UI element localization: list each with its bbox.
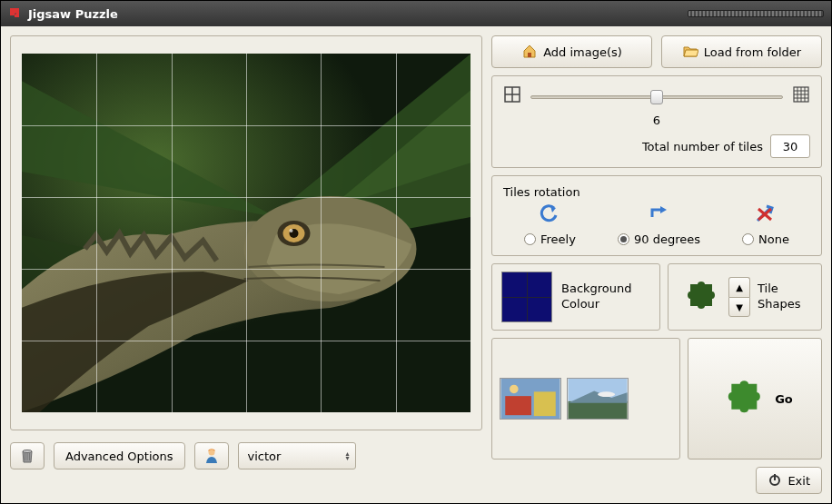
shapes-panel: ▲ ▼ Tile Shapes (668, 263, 822, 331)
app-icon (8, 6, 23, 21)
content-area: Advanced Options victor ▴▾ (1, 26, 831, 503)
go-label: Go (775, 392, 793, 406)
user-icon-button[interactable] (194, 442, 229, 469)
thumbnails-panel (491, 338, 680, 460)
rotate-90-icon (647, 204, 670, 227)
advanced-options-label: Advanced Options (65, 450, 173, 463)
folder-open-icon (682, 43, 698, 62)
user-dropdown[interactable]: victor ▴▾ (238, 442, 356, 469)
dropdown-caret-icon: ▴▾ (346, 451, 350, 460)
app-window: Jigsaw Puzzle (0, 0, 832, 504)
shapes-label: Tile Shapes (758, 282, 812, 312)
svg-rect-8 (27, 453, 28, 460)
power-icon (768, 472, 782, 489)
shape-up-button[interactable]: ▲ (728, 277, 750, 297)
bgcolor-swatch[interactable] (501, 272, 552, 322)
svg-rect-26 (534, 391, 556, 416)
total-tiles-input[interactable] (770, 134, 810, 158)
rotation-none-label: None (758, 232, 789, 246)
rotation-none-option[interactable]: None (742, 232, 789, 246)
thumbnail-1[interactable] (500, 378, 561, 420)
svg-rect-11 (528, 53, 531, 57)
rotation-90-option[interactable]: 90 degrees (618, 232, 700, 246)
trash-button[interactable] (10, 442, 45, 469)
home-plus-icon (521, 43, 538, 62)
bottom-bar: Advanced Options victor ▴▾ (10, 440, 482, 472)
svg-point-27 (510, 385, 519, 394)
load-folder-label: Load from folder (704, 45, 801, 59)
rotate-none-icon (754, 204, 778, 227)
puzzle-piece-icon (678, 275, 721, 319)
bgcolor-panel: Background Colour (491, 263, 660, 331)
rotation-title: Tiles rotation (503, 185, 810, 199)
svg-point-5 (290, 229, 293, 232)
tile-slider[interactable] (530, 88, 783, 104)
titlebar[interactable]: Jigsaw Puzzle (1, 1, 831, 26)
shape-down-button[interactable]: ▼ (728, 297, 750, 317)
preview-image (22, 54, 470, 412)
top-buttons: Add image(s) Load from folder (491, 35, 822, 68)
rotation-90-label: 90 degrees (634, 232, 700, 246)
person-icon (203, 447, 221, 465)
right-column: Add image(s) Load from folder (491, 35, 822, 494)
window-title: Jigsaw Puzzle (28, 7, 118, 21)
total-tiles-label: Total number of tiles (642, 140, 763, 153)
svg-rect-29 (568, 401, 627, 419)
shape-stepper: ▲ ▼ (728, 277, 750, 317)
add-image-button[interactable]: Add image(s) (491, 35, 652, 68)
slider-value: 6 (529, 114, 785, 127)
tile-count-panel: 6 Total number of tiles (491, 75, 822, 168)
svg-rect-7 (25, 453, 25, 460)
rotation-freely-label: Freely (540, 232, 576, 246)
bgcolor-label: Background Colour (561, 282, 634, 312)
left-column: Advanced Options victor ▴▾ (10, 35, 482, 494)
user-dropdown-value: victor (248, 450, 282, 463)
rotation-panel: Tiles rotation Freely (491, 175, 822, 256)
thumbnail-2[interactable] (567, 378, 629, 420)
advanced-options-button[interactable]: Advanced Options (54, 442, 185, 469)
svg-rect-9 (29, 453, 30, 460)
svg-rect-25 (505, 396, 531, 415)
go-button[interactable]: Go (688, 338, 822, 460)
rotation-freely-option[interactable]: Freely (524, 232, 576, 246)
rotate-freely-icon (538, 204, 561, 227)
grid-small-icon (503, 85, 521, 106)
go-puzzle-icon (717, 373, 768, 424)
exit-button[interactable]: Exit (756, 467, 822, 494)
trash-icon (19, 448, 35, 464)
svg-point-30 (598, 391, 615, 397)
preview-panel (10, 35, 482, 430)
load-folder-button[interactable]: Load from folder (661, 35, 822, 68)
add-image-label: Add image(s) (543, 45, 622, 59)
svg-point-6 (23, 450, 32, 453)
titlebar-grip (688, 10, 824, 17)
exit-label: Exit (787, 474, 810, 488)
grid-large-icon (792, 85, 810, 106)
